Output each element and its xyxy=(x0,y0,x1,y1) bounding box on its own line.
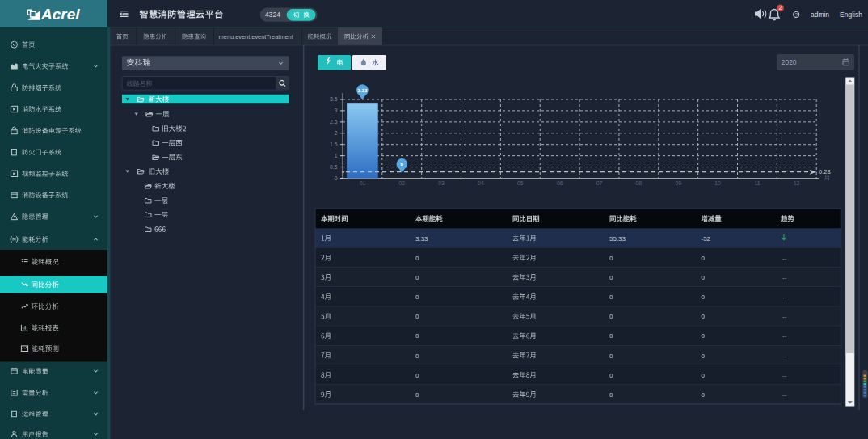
svg-text:10: 10 xyxy=(714,180,721,186)
svg-text:0: 0 xyxy=(609,391,613,399)
svg-text:2.5: 2.5 xyxy=(330,119,338,125)
svg-text:0: 0 xyxy=(609,313,613,320)
svg-text:55.33: 55.33 xyxy=(609,235,626,243)
svg-text:2: 2 xyxy=(335,130,338,136)
svg-text:05: 05 xyxy=(517,180,524,186)
svg-text:3.33: 3.33 xyxy=(357,87,368,93)
svg-text:English: English xyxy=(840,11,862,19)
svg-text:--: -- xyxy=(782,332,787,340)
svg-text:0: 0 xyxy=(335,175,338,181)
svg-text:3.33: 3.33 xyxy=(415,235,428,243)
svg-text:Acrel: Acrel xyxy=(40,6,80,23)
svg-text:0: 0 xyxy=(702,372,706,379)
svg-text:--: -- xyxy=(782,391,787,399)
svg-text:0: 0 xyxy=(702,313,706,320)
svg-text:1: 1 xyxy=(335,153,338,158)
svg-text:0: 0 xyxy=(415,391,419,399)
svg-text:0: 0 xyxy=(415,332,419,340)
svg-text:06: 06 xyxy=(557,180,563,186)
svg-text:menu.event.eventTreatment: menu.event.eventTreatment xyxy=(219,33,293,40)
svg-text:0: 0 xyxy=(702,255,706,262)
svg-text:0: 0 xyxy=(702,352,706,360)
svg-text:--: -- xyxy=(782,293,787,301)
svg-text:0: 0 xyxy=(415,313,419,320)
svg-text:?: ? xyxy=(794,12,798,18)
svg-text:--: -- xyxy=(782,352,787,360)
svg-text:--: -- xyxy=(782,274,787,281)
svg-text:0: 0 xyxy=(609,352,613,360)
svg-text:3: 3 xyxy=(335,108,338,113)
svg-text:08: 08 xyxy=(636,180,643,186)
svg-text:1.5: 1.5 xyxy=(330,141,338,147)
svg-text:0: 0 xyxy=(609,255,613,262)
svg-text:01: 01 xyxy=(360,180,366,186)
svg-text:0: 0 xyxy=(415,372,419,379)
svg-text:0: 0 xyxy=(415,293,419,301)
svg-text:2: 2 xyxy=(779,5,782,11)
svg-text:0.28: 0.28 xyxy=(819,168,831,175)
svg-text:11: 11 xyxy=(754,180,760,186)
svg-text:02: 02 xyxy=(398,180,405,186)
svg-text:4324: 4324 xyxy=(265,11,280,19)
svg-text:--: -- xyxy=(782,313,787,320)
svg-text:admin: admin xyxy=(811,11,829,19)
svg-text:0: 0 xyxy=(415,352,419,360)
svg-text:0: 0 xyxy=(702,293,706,301)
svg-text:3.5: 3.5 xyxy=(330,96,338,102)
svg-text:07: 07 xyxy=(596,180,603,186)
svg-text:-52: -52 xyxy=(702,235,711,243)
svg-text:0: 0 xyxy=(609,332,613,340)
svg-text:0: 0 xyxy=(609,274,613,281)
svg-text:0: 0 xyxy=(609,372,613,379)
svg-text:0.5: 0.5 xyxy=(330,164,338,170)
svg-text:0: 0 xyxy=(702,274,706,281)
svg-text:0: 0 xyxy=(415,274,419,281)
svg-text:0: 0 xyxy=(702,332,706,340)
svg-text:2020: 2020 xyxy=(782,58,797,66)
svg-text:--: -- xyxy=(782,255,787,262)
svg-text:0: 0 xyxy=(401,161,404,167)
svg-text:12: 12 xyxy=(794,180,800,186)
svg-text:--: -- xyxy=(782,372,787,379)
svg-text:03: 03 xyxy=(438,180,445,186)
svg-text:0: 0 xyxy=(609,293,613,301)
svg-text:04: 04 xyxy=(478,180,484,186)
svg-text:09: 09 xyxy=(675,180,681,186)
svg-text:0: 0 xyxy=(415,255,419,262)
svg-text:0: 0 xyxy=(702,391,706,399)
